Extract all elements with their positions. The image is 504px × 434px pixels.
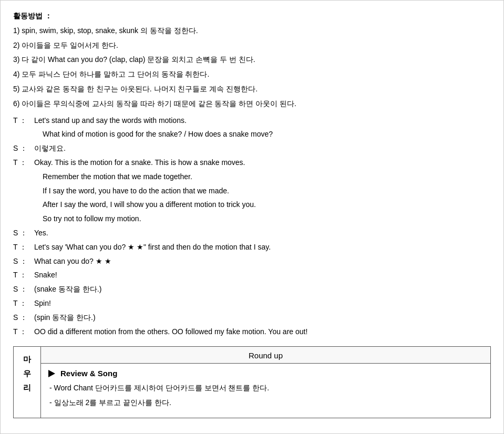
roundup-body: Review & Song - Word Chant 단어카드를 제시하여 단어…	[41, 364, 490, 418]
review-item-0: - Word Chant 단어카드를 제시하여 단어카드를 보면서 챈트를 한다…	[48, 382, 483, 395]
dialogue-line-15: T ： OO did a different motion from the o…	[13, 326, 491, 338]
review-title: Review & Song	[48, 369, 483, 378]
play-icon	[48, 370, 55, 377]
prefix-14: S ：	[13, 312, 34, 324]
step-4: 4) 모두 파닉스 단어 하나를 말하고 그 단어의 동작을 취한다.	[13, 68, 491, 81]
prefix-13: T ：	[13, 297, 34, 310]
page-container: 활동방법 ： 1) spin, swim, skip, stop, snake,…	[0, 0, 504, 434]
activity-steps: 1) spin, swim, skip, stop, snake, skunk …	[13, 25, 491, 110]
dialogue-line-4: Remember the motion that we made togethe…	[13, 171, 491, 183]
content-9: Let's say 'What can you do? ★ ★" first a…	[34, 241, 491, 254]
dialogue-line-11: T ： Snake!	[13, 269, 491, 282]
review-title-text: Review & Song	[60, 369, 117, 378]
roundup-header: Round up	[41, 347, 490, 364]
content-3: Okay. This is the motion for a snake. Th…	[34, 157, 491, 169]
activity-header: 활동방법 ：	[13, 10, 491, 23]
content-14: (spin 동작을 한다.)	[34, 312, 491, 324]
dialogue-line-10: S ： What can you do? ★ ★	[13, 255, 491, 268]
content-0: Let's stand up and say the words with mo…	[34, 115, 491, 127]
prefix-0: T ：	[13, 115, 34, 127]
content-12: (snake 동작을 한다.)	[34, 283, 491, 296]
prefix-8: S ：	[13, 227, 34, 240]
dialogue-section: T ： Let's stand up and say the words wit…	[13, 115, 491, 338]
dialogue-line-5: If I say the word, you have to do the ac…	[13, 185, 491, 198]
dialogue-line-13: T ： Spin!	[13, 297, 491, 310]
step-1: 1) spin, swim, skip, stop, snake, skunk …	[13, 25, 491, 37]
bottom-table: 마 우 리 Round up Review & Song - Word Chan…	[13, 346, 491, 418]
dialogue-line-8: S ： Yes.	[13, 227, 491, 240]
roundup-cell: Round up Review & Song - Word Chant 단어카드…	[41, 347, 491, 418]
content-11: Snake!	[34, 269, 491, 282]
prefix-10: S ：	[13, 255, 34, 268]
dialogue-line-14: S ： (spin 동작을 한다.)	[13, 312, 491, 324]
dialogue-line-0: T ： Let's stand up and say the words wit…	[13, 115, 491, 127]
label-cell: 마 우 리	[14, 347, 41, 418]
prefix-11: T ：	[13, 269, 34, 282]
prefix-2: S ：	[13, 142, 34, 155]
content-8: Yes.	[34, 227, 491, 240]
step-5: 5) 교사와 같은 동작을 한 친구는 아웃된다. 나머지 친구들로 계속 진행…	[13, 83, 491, 96]
content-2: 이렇게요.	[34, 142, 491, 155]
review-item-1: - 일상노래 2를 부르고 끝인사를 한다.	[48, 397, 483, 409]
step-6: 6) 아이들은 무의식중에 교사의 동작을 따라 하기 때문에 같은 동작을 하…	[13, 98, 491, 110]
dialogue-line-9: T ： Let's say 'What can you do? ★ ★" fir…	[13, 241, 491, 254]
prefix-9: T ：	[13, 241, 34, 254]
dialogue-line-12: S ： (snake 동작을 한다.)	[13, 283, 491, 296]
dialogue-line-6: After I say the word, I will show you a …	[13, 199, 491, 211]
dialogue-line-7: So try not to follow my motion.	[13, 213, 491, 225]
prefix-3: T ：	[13, 157, 34, 169]
dialogue-line-1: What kind of motion is good for the snak…	[13, 128, 491, 141]
dialogue-line-3: T ： Okay. This is the motion for a snake…	[13, 157, 491, 169]
prefix-15: T ：	[13, 326, 34, 338]
dialogue-line-2: S ： 이렇게요.	[13, 142, 491, 155]
step-3: 3) 다 같이 What can you do? (clap, clap) 문장…	[13, 54, 491, 66]
main-content: 활동방법 ： 1) spin, swim, skip, stop, snake,…	[1, 1, 503, 423]
step-2: 2) 아이들을 모두 일어서게 한다.	[13, 39, 491, 52]
content-13: Spin!	[34, 297, 491, 310]
label-text: 마 우 리	[16, 352, 38, 395]
content-10: What can you do? ★ ★	[34, 255, 491, 268]
content-15: OO did a different motion from the other…	[34, 326, 491, 338]
prefix-12: S ：	[13, 283, 34, 296]
